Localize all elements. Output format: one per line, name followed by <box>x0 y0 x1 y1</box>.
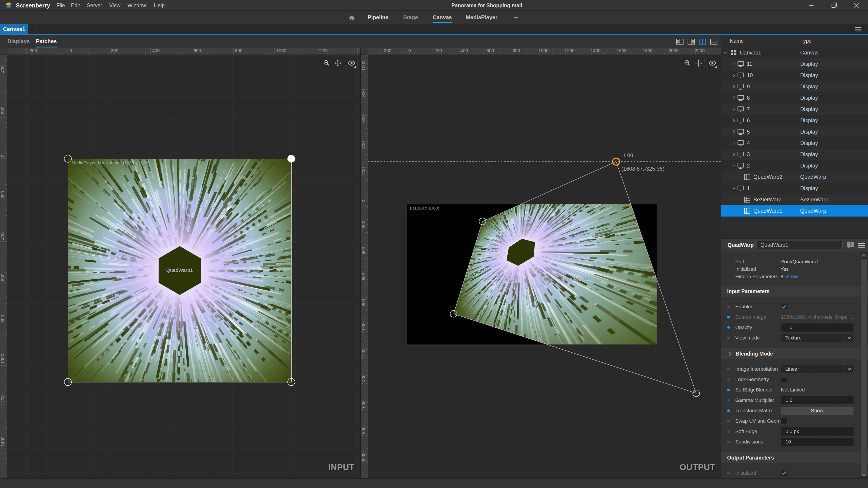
tree-row-10[interactable]: 10Display <box>721 70 868 81</box>
main-tab-mediaplayer[interactable]: MediaPlayer <box>466 11 497 24</box>
menu-window[interactable]: Window <box>127 0 146 11</box>
chevron-right-icon[interactable] <box>732 118 736 123</box>
main-tab-pipeline[interactable]: Pipeline <box>368 11 389 24</box>
menu-edit[interactable]: Edit <box>71 0 80 11</box>
output-zoom-button[interactable] <box>683 59 692 68</box>
param-checkbox-unchecked[interactable] <box>781 418 787 424</box>
show-hidden-parameters-link[interactable]: Show <box>786 273 799 280</box>
add-document-tab-button[interactable]: + <box>31 24 39 34</box>
tree-row-5[interactable]: 5Display <box>721 126 868 137</box>
param-link-dot-blue[interactable] <box>727 409 730 412</box>
input-visibility-button[interactable] <box>346 57 357 69</box>
panel-divider[interactable] <box>361 48 361 478</box>
menu-server[interactable]: Server <box>87 0 102 11</box>
tree-row-bezierwarp[interactable]: BezierWarpBezierWarp <box>721 194 868 205</box>
chevron-right-icon[interactable] <box>732 73 736 77</box>
param-checkbox-checked[interactable] <box>781 304 787 310</box>
param-link-dot-gray[interactable] <box>727 472 730 475</box>
param-dropdown[interactable]: Linear <box>781 365 854 373</box>
output-warped-image[interactable] <box>454 204 657 345</box>
param-link-dot-blue[interactable] <box>727 316 730 319</box>
chevron-right-icon[interactable] <box>732 62 736 66</box>
close-button[interactable] <box>849 0 864 10</box>
param-input-field[interactable]: 0.0 px <box>781 427 854 436</box>
output-visibility-button[interactable] <box>707 57 718 69</box>
section-header-input-parameters[interactable]: Input Parameters <box>721 286 868 297</box>
restore-button[interactable] <box>827 0 841 10</box>
param-dropdown[interactable]: Texture <box>781 334 854 342</box>
tree-column-type[interactable]: Type <box>800 35 812 47</box>
param-link-dot-gray[interactable] <box>727 336 730 339</box>
tree-row-9[interactable]: 9Display <box>721 81 868 92</box>
param-link-dot-gray[interactable] <box>727 399 730 402</box>
main-tab-canvas[interactable]: Canvas <box>433 11 452 24</box>
chevron-right-icon[interactable] <box>732 130 736 134</box>
param-input-field[interactable]: 1.0 <box>781 396 854 404</box>
output-display-rect[interactable]: 1 (1920 x 1080) <box>407 204 657 345</box>
input-zoom-button[interactable] <box>322 59 331 68</box>
menu-view[interactable]: View <box>109 0 120 11</box>
param-link-dot-gray[interactable] <box>727 368 730 370</box>
chevron-right-icon[interactable] <box>727 352 732 356</box>
chevron-down-icon[interactable] <box>732 186 736 191</box>
main-tab-stage[interactable]: Stage <box>403 11 418 24</box>
param-link-dot-gray[interactable] <box>727 420 730 422</box>
inspector-scrollbar[interactable] <box>861 252 867 478</box>
output-corner-handle-br[interactable] <box>693 390 700 397</box>
layout-button-split-right[interactable] <box>687 38 696 45</box>
param-link-dot-gray[interactable] <box>727 441 730 443</box>
scrollbar-up-icon[interactable] <box>862 254 866 257</box>
chevron-right-icon[interactable] <box>732 96 736 100</box>
tree-row-canvas1[interactable]: Canvas1Canvas <box>721 47 868 58</box>
chevron-right-icon[interactable] <box>732 152 736 157</box>
layout-button-split-rows[interactable] <box>709 38 718 45</box>
param-link-dot-blue[interactable] <box>727 326 730 329</box>
tree-row-4[interactable]: 4Display <box>721 137 868 149</box>
section-header-output-parameters[interactable]: Output Parameters <box>721 452 868 463</box>
scrollbar-down-icon[interactable] <box>862 473 866 477</box>
home-button[interactable] <box>349 15 355 22</box>
param-link-dot-gray[interactable] <box>727 378 730 381</box>
scrollbar-thumb[interactable] <box>861 259 867 477</box>
layout-button-split-cols[interactable] <box>698 38 707 45</box>
output-canvas[interactable]: OUTPUT1 (1920 x 1080)1.00(1608.87:-325.3… <box>368 55 721 478</box>
dropdown-chevron-button[interactable] <box>844 334 854 342</box>
view-tab-displays[interactable]: Displays <box>7 35 30 48</box>
param-input-field[interactable]: 1.0 <box>781 323 854 332</box>
tree-row-2[interactable]: 2Display <box>721 160 868 171</box>
dropdown-chevron-button[interactable] <box>844 365 854 373</box>
chevron-down-icon[interactable] <box>723 51 727 55</box>
param-checkbox-checked[interactable] <box>781 470 787 476</box>
view-tab-patches[interactable]: Patches <box>36 35 57 48</box>
chevron-right-icon[interactable] <box>732 84 736 89</box>
layout-button-split-left[interactable] <box>675 38 684 45</box>
doctabs-menu-button[interactable] <box>855 27 862 33</box>
tree-row-quadwarp2[interactable]: QuadWarp2QuadWarp <box>721 171 868 183</box>
menu-file[interactable]: File <box>57 0 65 11</box>
tree-column-divider[interactable] <box>796 37 796 45</box>
input-pan-button[interactable] <box>333 59 342 68</box>
inspector-name-input[interactable]: QuadWarp1 <box>756 241 843 249</box>
param-link-dot-gray[interactable] <box>727 430 730 433</box>
tree-row-3[interactable]: 3Display <box>721 149 868 160</box>
param-link-dot-blue[interactable] <box>727 389 730 391</box>
chevron-down-icon[interactable] <box>732 163 736 168</box>
param-input-field[interactable]: 10 <box>781 437 854 446</box>
tree-row-quadwarp1[interactable]: QuadWarp1QuadWarp <box>721 205 868 217</box>
tree-row-7[interactable]: 7Display <box>721 103 868 115</box>
minimize-button[interactable] <box>804 0 819 10</box>
param-checkbox-unchecked[interactable] <box>781 377 787 383</box>
inspector-help-button[interactable]: ? <box>847 242 854 250</box>
inspector-menu-button[interactable] <box>858 243 865 249</box>
tab-canvas1[interactable]: Canvas1 <box>0 24 28 34</box>
chevron-right-icon[interactable] <box>732 141 736 145</box>
section-header-blending-mode[interactable]: Blending Mode <box>721 348 868 359</box>
param-link-dot-gray[interactable] <box>727 305 730 308</box>
tree-row-6[interactable]: 6Display <box>721 115 868 126</box>
tree-row-11[interactable]: 11Display <box>721 58 868 70</box>
input-canvas[interactable]: INPUTMediaPlayer_MAIN.Image (1080 x 1080… <box>7 55 361 478</box>
tree-row-8[interactable]: 8Display <box>721 92 868 103</box>
add-main-tab-button[interactable]: + <box>514 11 518 24</box>
menu-help[interactable]: Help <box>154 0 164 11</box>
output-corner-handle-tr-selected[interactable] <box>613 158 620 165</box>
